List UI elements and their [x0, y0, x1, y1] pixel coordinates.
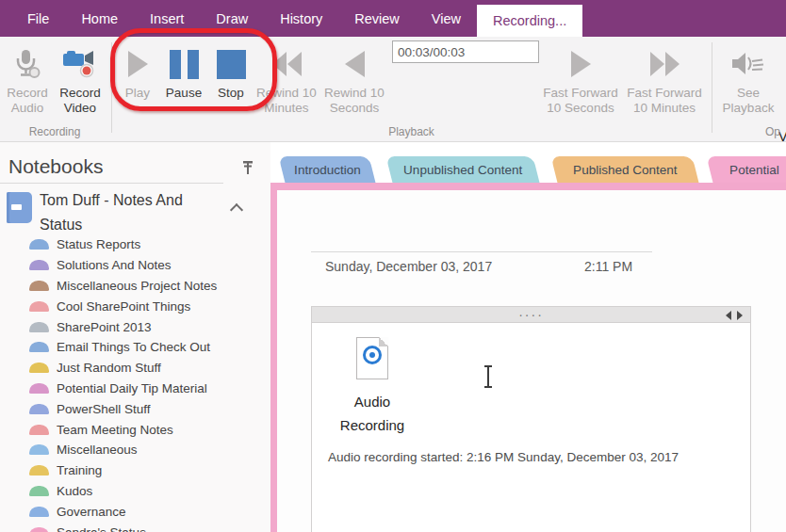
- divider: [311, 251, 652, 252]
- section-item-powershell-stuff[interactable]: PowerShell Stuff: [0, 398, 266, 419]
- notebooks-pane-title: Notebooks: [8, 155, 103, 178]
- section-icon: [29, 383, 49, 394]
- audio-recording-caption: Audio recording started: 2:16 PM Sunday,…: [328, 450, 679, 464]
- section-icon: [29, 404, 49, 414]
- group-separator: [111, 42, 112, 133]
- fast-forward-10-seconds-button[interactable]: Fast Forward10 Seconds: [537, 42, 624, 116]
- rewind-10-seconds-button[interactable]: Rewind 10Seconds: [320, 42, 388, 116]
- page-tab-potential[interactable]: Potential: [707, 156, 786, 183]
- record-audio-button[interactable]: RecordAudio: [2, 42, 53, 116]
- section-item-status-reports[interactable]: Status Reports: [0, 234, 266, 255]
- page-tab-introduction[interactable]: Introduction: [279, 156, 376, 183]
- section-item-email-things-to-check-out[interactable]: Email Things To Check Out: [0, 337, 266, 358]
- playback-time-input[interactable]: [392, 40, 539, 63]
- section-item-just-random-stuff[interactable]: Just Random Stuff: [0, 358, 266, 379]
- ribbon-tab-bar: File Home Insert Draw History Review Vie…: [0, 0, 786, 37]
- onenote-window: File Home Insert Draw History Review Vie…: [0, 0, 786, 532]
- section-item-miscellaneous[interactable]: Miscellaneous: [0, 440, 266, 460]
- notebooks-pane: Notebooks Tom Duff - Notes And Status St…: [0, 142, 270, 532]
- section-icon: [29, 527, 49, 532]
- rewind-double-icon: [272, 42, 302, 86]
- stop-icon: [217, 42, 246, 86]
- section-icon: [29, 486, 49, 496]
- section-item-kudos[interactable]: Kudos: [0, 481, 266, 502]
- section-icon: [29, 260, 49, 270]
- text-cursor-icon: [487, 365, 489, 388]
- section-item-sandras-status[interactable]: Sandra's Status: [0, 522, 266, 532]
- group-separator: [712, 42, 712, 133]
- section-icon: [29, 281, 49, 291]
- note-container: ···· Audio Recording Audio recording sta…: [311, 306, 751, 532]
- tab-history[interactable]: History: [264, 0, 338, 37]
- audio-disc-center: [369, 352, 375, 358]
- active-section-strip: [270, 183, 786, 190]
- page-tab-unpublished-content[interactable]: Unpublished Content: [386, 156, 540, 183]
- drag-handle-icon: ····: [518, 310, 544, 319]
- section-icon: [29, 425, 49, 435]
- scroll-left-icon[interactable]: [726, 311, 731, 320]
- page-tab-strip: Introduction Unpublished Content Publish…: [270, 142, 786, 183]
- section-icon: [29, 322, 49, 332]
- fast-forward-double-icon: [650, 42, 680, 86]
- play-icon: [128, 42, 148, 86]
- audio-recording-label: Audio Recording: [325, 390, 419, 437]
- tab-file[interactable]: File: [11, 0, 65, 37]
- notebook-icon: [7, 192, 32, 223]
- section-list: Status Reports Solutions And Notes Misce…: [0, 234, 266, 532]
- note-container-handle[interactable]: ····: [312, 307, 750, 323]
- pause-icon: [170, 42, 199, 86]
- section-icon: [29, 507, 49, 517]
- section-item-training[interactable]: Training: [0, 460, 266, 481]
- tab-draw[interactable]: Draw: [200, 0, 264, 37]
- notebook-name: Tom Duff - Notes And Status: [40, 188, 221, 237]
- tab-view[interactable]: View: [416, 0, 477, 37]
- page-tab-published-content[interactable]: Published Content: [551, 156, 699, 183]
- section-item-solutions-and-notes[interactable]: Solutions And Notes: [0, 255, 266, 276]
- section-icon: [29, 444, 49, 455]
- scroll-right-icon[interactable]: [737, 311, 743, 320]
- speaker-icon: [731, 42, 765, 86]
- tab-recording[interactable]: Recording...: [477, 5, 582, 37]
- rewind-icon: [345, 42, 365, 86]
- pause-button[interactable]: Pause: [160, 42, 207, 101]
- pin-icon[interactable]: [241, 161, 254, 175]
- recording-group-label: Recording: [0, 125, 109, 138]
- options-group-label: Op: [765, 125, 786, 138]
- chevron-up-icon[interactable]: [230, 203, 243, 217]
- tab-review[interactable]: Review: [338, 0, 416, 37]
- divider: [0, 183, 223, 184]
- page-time: 2:11 PM: [584, 259, 632, 274]
- tab-insert[interactable]: Insert: [134, 0, 200, 37]
- section-item-governance[interactable]: Governance: [0, 501, 266, 522]
- section-icon: [29, 465, 49, 476]
- section-icon: [29, 301, 49, 312]
- section-icon: [29, 363, 49, 373]
- section-item-cool-sharepoint-things[interactable]: Cool SharePoint Things: [0, 296, 266, 316]
- see-playback-button[interactable]: SeePlayback: [718, 42, 778, 116]
- section-icon: [29, 342, 49, 352]
- page-date: Sunday, December 03, 2017: [325, 259, 492, 274]
- stop-button[interactable]: Stop: [208, 42, 254, 101]
- audio-recording-file-icon[interactable]: [356, 337, 388, 379]
- section-item-miscellaneous-project-notes[interactable]: Miscellaneous Project Notes: [0, 276, 266, 297]
- video-camera-icon: [62, 42, 98, 86]
- page-fold: [379, 337, 388, 347]
- tab-home[interactable]: Home: [65, 0, 134, 37]
- page-canvas[interactable]: Sunday, December 03, 2017 2:11 PM ···· A…: [277, 190, 786, 532]
- section-item-potential-daily-tip-material[interactable]: Potential Daily Tip Material: [0, 379, 266, 399]
- record-video-button[interactable]: RecordVideo: [53, 42, 107, 116]
- fast-forward-icon: [571, 42, 591, 86]
- active-section-strip-vertical: [270, 183, 277, 532]
- playback-group-label: Playback: [111, 125, 712, 138]
- section-item-sharepoint-2013[interactable]: SharePoint 2013: [0, 316, 266, 337]
- section-icon: [29, 239, 49, 250]
- fast-forward-10-minutes-button[interactable]: Fast Forward10 Minutes: [624, 42, 705, 116]
- rewind-10-minutes-button[interactable]: Rewind 10Minutes: [254, 42, 319, 116]
- section-item-team-meeting-notes[interactable]: Team Meeting Notes: [0, 419, 266, 440]
- ribbon: RecordAudio RecordVideo Play: [0, 37, 786, 142]
- microphone-icon: [13, 42, 41, 86]
- play-button[interactable]: Play: [117, 42, 158, 101]
